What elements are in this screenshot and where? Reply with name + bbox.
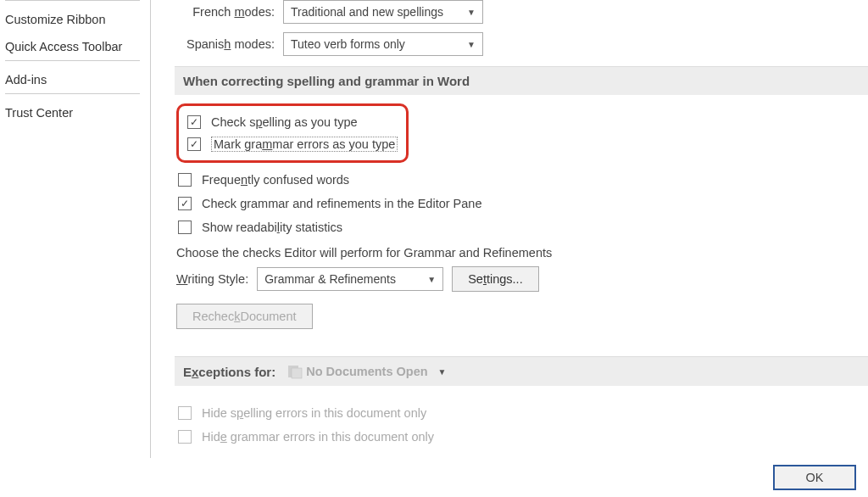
show-readability-label: Show readability statistics xyxy=(202,221,342,234)
chevron-down-icon: ▼ xyxy=(427,275,436,284)
exceptions-for-label: Exceptions for: xyxy=(183,365,275,379)
chevron-down-icon: ▼ xyxy=(438,367,447,377)
show-readability-checkbox[interactable] xyxy=(178,221,192,234)
hide-grammar-errors-label: Hide grammar errors in this document onl… xyxy=(202,430,434,444)
options-sidebar: Customize Ribbon Quick Access Toolbar Ad… xyxy=(0,0,151,458)
french-modes-label: French modes: xyxy=(175,5,283,19)
sidebar-item-add-ins[interactable]: Add-ins xyxy=(0,66,145,93)
writing-style-value: Grammar & Refinements xyxy=(264,272,396,286)
hide-spelling-errors-checkbox xyxy=(178,406,192,420)
spanish-modes-select[interactable]: Tuteo verb forms only ▼ xyxy=(283,32,483,56)
hide-grammar-errors-checkbox xyxy=(178,430,192,444)
hide-spelling-errors-label: Hide spelling errors in this document on… xyxy=(202,406,426,420)
french-modes-value: Traditional and new spellings xyxy=(291,5,443,19)
sidebar-item-customize-ribbon[interactable]: Customize Ribbon xyxy=(0,6,145,33)
sidebar-divider xyxy=(5,0,140,1)
writing-style-label: Writing Style: xyxy=(176,272,248,286)
exceptions-document-value: No Documents Open xyxy=(306,365,427,378)
sidebar-divider xyxy=(5,93,140,94)
spanish-modes-value: Tuteo verb forms only xyxy=(291,37,405,51)
frequently-confused-checkbox[interactable] xyxy=(178,173,192,187)
svg-rect-1 xyxy=(292,368,302,378)
writing-style-select[interactable]: Grammar & Refinements ▼ xyxy=(257,267,443,291)
editor-checks-description: Choose the checks Editor will perform fo… xyxy=(176,246,868,260)
mark-grammar-checkbox[interactable]: ✓ xyxy=(187,137,201,151)
ok-button[interactable]: OK xyxy=(773,465,856,490)
mark-grammar-label: Mark grammar errors as you type xyxy=(211,137,398,151)
french-modes-select[interactable]: Traditional and new spellings ▼ xyxy=(283,0,483,24)
chevron-down-icon: ▼ xyxy=(467,40,476,49)
sidebar-divider xyxy=(5,60,140,61)
highlight-box: ✓ Check spelling as you type ✓ Mark gram… xyxy=(176,103,409,163)
writing-style-settings-button[interactable]: Settings... xyxy=(452,266,539,292)
chevron-down-icon: ▼ xyxy=(467,8,476,17)
recheck-document-button: Recheck Document xyxy=(176,304,313,329)
check-grammar-editor-checkbox[interactable]: ✓ xyxy=(178,197,192,210)
word-document-icon xyxy=(287,364,303,379)
check-spelling-checkbox[interactable]: ✓ xyxy=(187,115,201,129)
sidebar-item-quick-access-toolbar[interactable]: Quick Access Toolbar xyxy=(0,33,145,60)
frequently-confused-label: Frequently confused words xyxy=(202,173,349,187)
sidebar-item-trust-center[interactable]: Trust Center xyxy=(0,99,145,126)
proofing-content: French modes: Traditional and new spelli… xyxy=(151,0,868,458)
section-header-correcting: When correcting spelling and grammar in … xyxy=(175,66,868,95)
exceptions-document-select[interactable]: No Documents Open ▼ xyxy=(287,364,446,379)
section-header-exceptions: Exceptions for: No Documents Open ▼ xyxy=(175,356,868,386)
dialog-button-bar: OK xyxy=(0,458,868,497)
check-grammar-editor-label: Check grammar and refinements in the Edi… xyxy=(202,197,481,210)
check-spelling-label: Check spelling as you type xyxy=(211,115,358,129)
spanish-modes-label: Spanish modes: xyxy=(175,37,283,51)
